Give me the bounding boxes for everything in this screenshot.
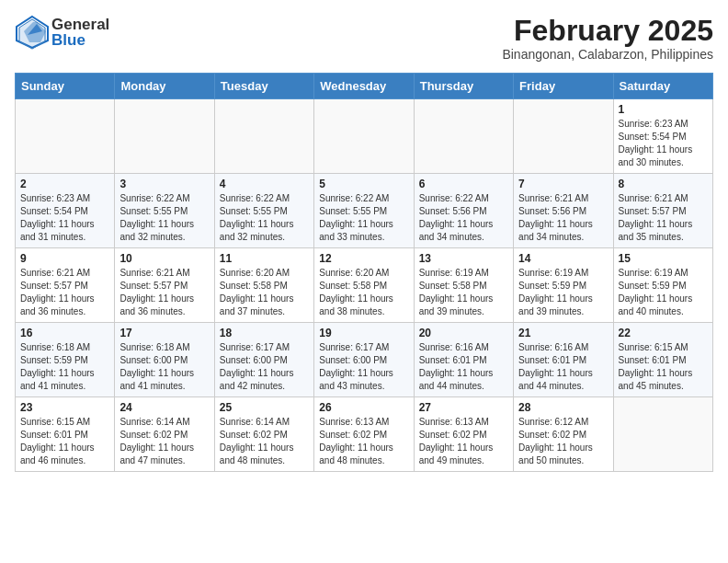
calendar-day-cell: 18Sunrise: 6:17 AM Sunset: 6:00 PM Dayli… xyxy=(214,323,313,397)
logo-blue: Blue xyxy=(51,32,109,48)
day-info: Sunrise: 6:23 AM Sunset: 5:54 PM Dayligh… xyxy=(20,192,109,244)
calendar-day-cell: 23Sunrise: 6:15 AM Sunset: 6:01 PM Dayli… xyxy=(16,397,115,472)
day-number: 19 xyxy=(319,327,408,339)
day-info: Sunrise: 6:21 AM Sunset: 5:57 PM Dayligh… xyxy=(119,267,209,318)
day-number: 8 xyxy=(619,178,708,190)
calendar-day-cell: 22Sunrise: 6:15 AM Sunset: 6:01 PM Dayli… xyxy=(613,323,712,397)
calendar-day-cell: 7Sunrise: 6:21 AM Sunset: 5:56 PM Daylig… xyxy=(514,174,613,248)
logo-icon xyxy=(15,15,50,50)
day-info: Sunrise: 6:22 AM Sunset: 5:55 PM Dayligh… xyxy=(119,192,209,244)
calendar-day-header: Tuesday xyxy=(214,74,313,99)
calendar-week-row: 23Sunrise: 6:15 AM Sunset: 6:01 PM Dayli… xyxy=(16,397,713,472)
day-info: Sunrise: 6:13 AM Sunset: 6:02 PM Dayligh… xyxy=(319,416,408,467)
day-info: Sunrise: 6:16 AM Sunset: 6:01 PM Dayligh… xyxy=(518,341,608,393)
calendar-day-header: Thursday xyxy=(414,74,513,99)
day-info: Sunrise: 6:21 AM Sunset: 5:57 PM Dayligh… xyxy=(619,192,708,244)
calendar-day-cell: 17Sunrise: 6:18 AM Sunset: 6:00 PM Dayli… xyxy=(115,323,214,397)
day-info: Sunrise: 6:23 AM Sunset: 5:54 PM Dayligh… xyxy=(619,118,708,169)
calendar-table: SundayMondayTuesdayWednesdayThursdayFrid… xyxy=(15,73,713,472)
day-info: Sunrise: 6:15 AM Sunset: 6:01 PM Dayligh… xyxy=(619,341,708,393)
calendar-header-row: SundayMondayTuesdayWednesdayThursdayFrid… xyxy=(16,74,713,99)
logo: General Blue xyxy=(15,15,109,50)
day-number: 14 xyxy=(518,252,608,265)
day-info: Sunrise: 6:17 AM Sunset: 6:00 PM Dayligh… xyxy=(220,341,309,393)
calendar-day-header: Saturday xyxy=(613,74,712,99)
day-number: 9 xyxy=(20,252,109,265)
calendar-day-cell: 11Sunrise: 6:20 AM Sunset: 5:58 PM Dayli… xyxy=(214,248,313,323)
day-info: Sunrise: 6:21 AM Sunset: 5:57 PM Dayligh… xyxy=(20,267,109,318)
day-info: Sunrise: 6:20 AM Sunset: 5:58 PM Dayligh… xyxy=(319,267,408,318)
day-number: 5 xyxy=(319,178,408,190)
day-number: 4 xyxy=(220,178,309,190)
day-info: Sunrise: 6:13 AM Sunset: 6:02 PM Dayligh… xyxy=(419,416,508,467)
calendar-day-cell: 4Sunrise: 6:22 AM Sunset: 5:55 PM Daylig… xyxy=(214,174,313,248)
calendar-day-cell: 19Sunrise: 6:17 AM Sunset: 6:00 PM Dayli… xyxy=(314,323,414,397)
day-number: 1 xyxy=(619,103,708,116)
day-info: Sunrise: 6:17 AM Sunset: 6:00 PM Dayligh… xyxy=(319,341,408,393)
day-info: Sunrise: 6:16 AM Sunset: 6:01 PM Dayligh… xyxy=(419,341,508,393)
logo-text: General Blue xyxy=(51,17,109,48)
page-title: February 2025 xyxy=(502,15,713,47)
day-info: Sunrise: 6:19 AM Sunset: 5:59 PM Dayligh… xyxy=(518,267,608,318)
calendar-day-cell: 8Sunrise: 6:21 AM Sunset: 5:57 PM Daylig… xyxy=(613,174,712,248)
day-number: 15 xyxy=(619,252,708,265)
calendar-day-cell: 27Sunrise: 6:13 AM Sunset: 6:02 PM Dayli… xyxy=(414,397,513,472)
day-number: 28 xyxy=(518,401,608,414)
page-subtitle: Binangonan, Calabarzon, Philippines xyxy=(502,47,713,62)
logo-general: General xyxy=(51,17,109,32)
calendar-day-cell: 2Sunrise: 6:23 AM Sunset: 5:54 PM Daylig… xyxy=(16,174,115,248)
calendar-day-cell: 9Sunrise: 6:21 AM Sunset: 5:57 PM Daylig… xyxy=(16,248,115,323)
day-number: 11 xyxy=(220,252,309,265)
day-number: 23 xyxy=(20,401,109,414)
day-number: 10 xyxy=(119,252,209,265)
calendar-day-cell xyxy=(214,99,313,174)
calendar-day-header: Wednesday xyxy=(314,74,414,99)
day-info: Sunrise: 6:21 AM Sunset: 5:56 PM Dayligh… xyxy=(518,192,608,244)
calendar-day-cell xyxy=(613,397,712,472)
calendar-week-row: 1Sunrise: 6:23 AM Sunset: 5:54 PM Daylig… xyxy=(16,99,713,174)
calendar-day-cell xyxy=(414,99,513,174)
day-info: Sunrise: 6:19 AM Sunset: 5:58 PM Dayligh… xyxy=(419,267,508,318)
day-info: Sunrise: 6:22 AM Sunset: 5:55 PM Dayligh… xyxy=(319,192,408,244)
calendar-day-cell: 10Sunrise: 6:21 AM Sunset: 5:57 PM Dayli… xyxy=(115,248,214,323)
day-info: Sunrise: 6:22 AM Sunset: 5:55 PM Dayligh… xyxy=(220,192,309,244)
day-info: Sunrise: 6:14 AM Sunset: 6:02 PM Dayligh… xyxy=(119,416,209,467)
calendar-day-cell: 16Sunrise: 6:18 AM Sunset: 5:59 PM Dayli… xyxy=(16,323,115,397)
calendar-day-cell: 1Sunrise: 6:23 AM Sunset: 5:54 PM Daylig… xyxy=(613,99,712,174)
day-number: 25 xyxy=(220,401,309,414)
day-number: 6 xyxy=(419,178,508,190)
calendar-day-cell xyxy=(115,99,214,174)
calendar-day-header: Sunday xyxy=(16,74,115,99)
day-number: 24 xyxy=(119,401,209,414)
day-number: 21 xyxy=(518,327,608,339)
calendar-day-cell: 13Sunrise: 6:19 AM Sunset: 5:58 PM Dayli… xyxy=(414,248,513,323)
day-number: 3 xyxy=(119,178,209,190)
calendar-day-cell: 20Sunrise: 6:16 AM Sunset: 6:01 PM Dayli… xyxy=(414,323,513,397)
calendar-day-header: Friday xyxy=(514,74,613,99)
calendar-day-cell: 5Sunrise: 6:22 AM Sunset: 5:55 PM Daylig… xyxy=(314,174,414,248)
day-number: 7 xyxy=(518,178,608,190)
day-number: 18 xyxy=(220,327,309,339)
calendar-day-cell xyxy=(514,99,613,174)
calendar-day-cell xyxy=(314,99,414,174)
day-number: 12 xyxy=(319,252,408,265)
calendar-week-row: 2Sunrise: 6:23 AM Sunset: 5:54 PM Daylig… xyxy=(16,174,713,248)
calendar-day-cell: 24Sunrise: 6:14 AM Sunset: 6:02 PM Dayli… xyxy=(115,397,214,472)
page-header: General Blue February 2025 Binangonan, C… xyxy=(15,15,713,62)
day-info: Sunrise: 6:19 AM Sunset: 5:59 PM Dayligh… xyxy=(619,267,708,318)
day-number: 17 xyxy=(119,327,209,339)
day-info: Sunrise: 6:15 AM Sunset: 6:01 PM Dayligh… xyxy=(20,416,109,467)
calendar-week-row: 16Sunrise: 6:18 AM Sunset: 5:59 PM Dayli… xyxy=(16,323,713,397)
day-number: 26 xyxy=(319,401,408,414)
title-block: February 2025 Binangonan, Calabarzon, Ph… xyxy=(502,15,713,62)
calendar-week-row: 9Sunrise: 6:21 AM Sunset: 5:57 PM Daylig… xyxy=(16,248,713,323)
calendar-day-cell: 12Sunrise: 6:20 AM Sunset: 5:58 PM Dayli… xyxy=(314,248,414,323)
day-number: 20 xyxy=(419,327,508,339)
calendar-day-cell: 26Sunrise: 6:13 AM Sunset: 6:02 PM Dayli… xyxy=(314,397,414,472)
calendar-day-header: Monday xyxy=(115,74,214,99)
calendar-day-cell: 14Sunrise: 6:19 AM Sunset: 5:59 PM Dayli… xyxy=(514,248,613,323)
day-number: 22 xyxy=(619,327,708,339)
calendar-day-cell: 3Sunrise: 6:22 AM Sunset: 5:55 PM Daylig… xyxy=(115,174,214,248)
day-number: 2 xyxy=(20,178,109,190)
calendar-day-cell: 28Sunrise: 6:12 AM Sunset: 6:02 PM Dayli… xyxy=(514,397,613,472)
